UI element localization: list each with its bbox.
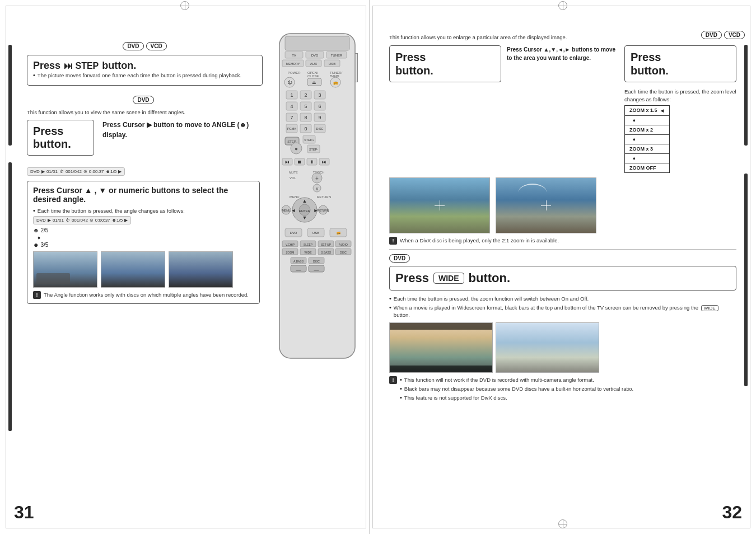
svg-text:6: 6: [318, 104, 321, 109]
widescreen-note1-text: Each time the button is pressed, the zoo…: [394, 295, 589, 302]
zoom-arrow-2: ♦: [625, 135, 669, 144]
zoom-col3: Press button. Each time the button is pr…: [624, 45, 736, 173]
zoom-image-1: [389, 177, 490, 233]
svg-text:📻: 📻: [337, 231, 341, 235]
angle-caution: ! The Angle function works only with dis…: [33, 291, 254, 299]
svg-text:4: 4: [290, 104, 293, 109]
widescreen-dvd-badge: DVD: [389, 254, 410, 263]
svg-text:WIDE: WIDE: [304, 251, 312, 254]
svg-text:2: 2: [304, 92, 307, 98]
svg-text:PGMK: PGMK: [287, 127, 297, 130]
zoom-press-label-2: Press: [631, 50, 730, 64]
ws-caution-1: • This function will not work if the DVD…: [400, 376, 633, 383]
svg-text:TUNER: TUNER: [331, 54, 343, 57]
remote-control: TV DVD TUNER MEMORY AUX USB POWER OPEN/ …: [274, 28, 363, 365]
svg-text:+: +: [315, 175, 319, 181]
left-page: DVD VCD Press ⏭ STEP button. • The pictu…: [0, 0, 370, 534]
ws-caution-2: • Black bars may not disappear because s…: [400, 385, 633, 392]
svg-text:CLOSE: CLOSE: [307, 74, 319, 78]
angle-caution-text: The Angle function works only with discs…: [44, 291, 249, 298]
widescreen-press-box: Press WIDE button.: [389, 266, 736, 291]
svg-text:5: 5: [304, 104, 307, 109]
svg-text:⏻: ⏻: [287, 80, 292, 85]
svg-text:S.BASS: S.BASS: [321, 251, 332, 254]
angle-press-label: Press: [33, 125, 88, 138]
divx-note: ! When a DivX disc is being played, only…: [389, 237, 736, 245]
step-section: DVD VCD Press ⏭ STEP button. • The pictu…: [27, 42, 263, 86]
zoom-col1: Press button.: [389, 45, 501, 88]
widescreen-image-pair: [389, 322, 736, 373]
zoom-cursor-instruction: Press Cursor ▲,▼,◄,► buttons to move to …: [507, 45, 619, 62]
ws-image-2: [496, 322, 599, 373]
dvd-badge: DVD: [123, 42, 143, 50]
zoom-arrow-1: ♦: [625, 116, 669, 125]
svg-text:___: ___: [295, 268, 301, 271]
reg-mark-top: [180, 1, 189, 10]
divider-1: [389, 249, 736, 250]
svg-text:MUTE: MUTE: [289, 171, 298, 174]
zoom-press-box-2: Press button.: [624, 45, 736, 82]
caution-icon: !: [33, 291, 41, 299]
widescreen-caution-list: • This function will not work if the DVD…: [400, 376, 633, 404]
zoom-level-table: ZOOM x 1.5 ◄ ♦ ZOOM x 2 ♦: [624, 105, 670, 173]
svg-text:SET-UP: SET-UP: [321, 243, 332, 246]
zoom-image-pair: [389, 177, 736, 233]
svg-text:MEMORY: MEMORY: [286, 62, 300, 65]
section-bar-2: [8, 162, 12, 431]
ws-caution-3: • This feature is not supported for DivX…: [400, 394, 633, 401]
zoom-press-label: Press: [395, 50, 495, 64]
widescreen-section: DVD Press WIDE button. • Each time the b…: [389, 254, 736, 404]
widescreen-caution-box: ! • This function will not work if the D…: [389, 376, 736, 404]
svg-text:MENU: MENU: [290, 195, 300, 199]
zoom-image-2: [496, 177, 596, 233]
angle-select-box: Press Cursor ▲ , ▼ or numeric buttons to…: [27, 181, 260, 304]
angle-list: ☻ 2/5 ♦ ☻ 3/5: [33, 227, 254, 248]
svg-text:⏹: ⏹: [297, 160, 302, 165]
zoom-button-label: button.: [395, 64, 495, 77]
section-bar-1: [8, 45, 12, 146]
right-top-badges: DVD VCD: [701, 31, 745, 44]
zoom-badges: DVD VCD: [701, 31, 745, 39]
svg-text:●: ●: [295, 146, 298, 152]
zoom-press-box: Press button.: [389, 45, 501, 82]
reg-mark-bottom-right: [558, 519, 567, 528]
angle-item-2: ☻ 3/5: [33, 242, 48, 248]
svg-text:ENTER: ENTER: [299, 209, 311, 213]
svg-text:∨: ∨: [315, 186, 319, 191]
zoom-section: This function allows you to enlarge a pa…: [389, 34, 736, 404]
svg-text:USB: USB: [312, 231, 319, 235]
zoom-col2: Press Cursor ▲,▼,◄,► buttons to move to …: [507, 45, 619, 62]
svg-text:A.BASS: A.BASS: [293, 260, 304, 263]
angle-item-separator: ♦: [38, 235, 40, 241]
svg-text:MENU: MENU: [282, 209, 291, 212]
page-number-left: 31: [14, 502, 34, 523]
svg-text:DVD: DVD: [290, 231, 297, 235]
svg-text:AUX: AUX: [310, 62, 317, 65]
step-badges: DVD VCD: [27, 42, 263, 50]
svg-text:3: 3: [318, 92, 321, 98]
svg-text:RETURN: RETURN: [317, 195, 331, 199]
step-note-text: The picture moves forward one frame each…: [38, 72, 241, 79]
step-button-placeholder: ⏭ STEP: [64, 61, 99, 71]
svg-text:⏮: ⏮: [285, 160, 290, 165]
step-button-label: button.: [102, 60, 136, 72]
widescreen-note2-text: When a movie is played in Widescreen for…: [394, 304, 736, 319]
right-page: DVD VCD This function allows you to enla…: [370, 0, 756, 534]
angle-item-1: ☻ 2/5: [33, 227, 48, 233]
widescreen-btn-placeholder: WIDE: [433, 273, 464, 284]
svg-text:ZOOM: ZOOM: [286, 251, 295, 254]
step-press-box: Press ⏭ STEP button. • The picture moves…: [27, 55, 263, 86]
widescreen-press-label: Press: [395, 271, 429, 285]
widescreen-badge: DVD: [389, 254, 736, 263]
svg-text:◄: ◄: [291, 208, 296, 213]
page-number-right: 32: [722, 502, 742, 523]
angle-change-note: • Each time the button is pressed, the a…: [33, 207, 254, 214]
svg-text:RETURN: RETURN: [318, 209, 329, 212]
svg-text:▼: ▼: [302, 215, 307, 221]
page-wrapper: DVD VCD Press ⏭ STEP button. • The pictu…: [0, 0, 756, 534]
angle-top-row: Press button. Press Cursor ▶ button to m…: [27, 120, 260, 161]
angle-note-text: Each time the button is pressed, the ang…: [38, 207, 185, 214]
widescreen-press-line: Press WIDE button.: [395, 271, 730, 285]
zoom-three-col: Press button. Press Cursor ▲,▼,◄,► butto…: [389, 45, 736, 173]
remote-svg: TV DVD TUNER MEMORY AUX USB POWER OPEN/ …: [274, 28, 361, 364]
